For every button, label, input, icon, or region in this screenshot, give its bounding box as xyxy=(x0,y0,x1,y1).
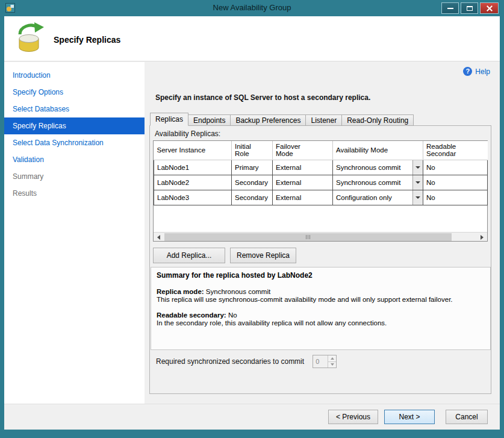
cell-initial-role: Secondary xyxy=(232,190,273,205)
arrow-left-icon xyxy=(157,235,160,240)
spinner-down-button xyxy=(328,361,336,368)
sidebar-item-introduction[interactable]: Introduction xyxy=(4,67,145,84)
combo-inner: Synchronous commit xyxy=(333,160,423,175)
sidebar-item-specify-replicas[interactable]: Specify Replicas xyxy=(4,117,145,134)
replica-mode-value: Synchronous commit xyxy=(206,288,270,295)
wizard-footer: < Previous Next > Cancel xyxy=(4,404,500,430)
column-header-availability-mode: Availability Mode xyxy=(333,141,423,160)
replica-mode-description: This replica will use synchronous-commit… xyxy=(157,296,485,304)
minimize-icon xyxy=(447,8,453,9)
arrow-right-icon xyxy=(481,235,484,240)
availability-mode-dropdown[interactable]: Synchronous commit xyxy=(333,175,423,190)
column-header-label: Readable Secondar xyxy=(426,143,485,157)
maximize-icon xyxy=(467,6,473,11)
cell-readable-secondary[interactable]: No xyxy=(423,175,488,190)
cell-failover-mode: External xyxy=(273,175,333,190)
replicas-tab-panel: Availability Replicas: Server Instance I… xyxy=(149,125,491,394)
sidebar-item-summary: Summary xyxy=(4,168,145,185)
close-button[interactable] xyxy=(480,2,499,14)
page-title: Specify Replicas xyxy=(54,35,120,45)
minimize-button[interactable] xyxy=(441,2,459,14)
combo-inner: Synchronous commit xyxy=(333,175,423,190)
column-header-label: Availability Mode xyxy=(336,146,420,154)
column-header-readable-secondary: Readable Secondar xyxy=(423,141,488,160)
dropdown-button[interactable] xyxy=(412,190,423,205)
grid-row: LabNode1 Primary External Synchronous co… xyxy=(154,160,488,175)
tab-listener[interactable]: Listener xyxy=(305,114,342,126)
new-availability-group-window: New Availability Group Specify Replicas … xyxy=(0,0,504,438)
availability-group-icon xyxy=(13,22,45,54)
column-header-label: Server Instance xyxy=(157,146,229,154)
grid-row: LabNode2 Secondary External Synchronous … xyxy=(154,175,488,190)
availability-replicas-grid: Server Instance Initial Role Failover Mo… xyxy=(153,140,488,242)
sidebar-item-validation[interactable]: Validation xyxy=(4,151,145,168)
grid-row: LabNode3 Secondary External Configuratio… xyxy=(154,190,488,205)
cell-server-instance: LabNode3 xyxy=(154,190,232,205)
cell-server-instance: LabNode1 xyxy=(154,160,232,175)
availability-replicas-label: Availability Replicas: xyxy=(155,130,220,138)
previous-button[interactable]: < Previous xyxy=(328,410,378,424)
readable-secondary-label: Readable secondary: xyxy=(157,311,226,319)
chevron-down-icon xyxy=(415,196,420,199)
add-replica-button[interactable]: Add Replica... xyxy=(153,248,225,263)
cell-failover-mode: External xyxy=(273,190,333,205)
combo-value: Configuration only xyxy=(333,194,412,201)
sidebar-item-select-data-sync[interactable]: Select Data Synchronization xyxy=(4,134,145,151)
spinner-buttons xyxy=(328,355,336,368)
spinner-up-button xyxy=(328,355,336,361)
wizard-steps-sidebar: Introduction Specify Options Select Data… xyxy=(4,62,145,404)
tab-read-only-routing[interactable]: Read-Only Routing xyxy=(341,114,414,126)
remove-replica-button[interactable]: Remove Replica xyxy=(230,248,296,263)
help-link[interactable]: ? Help xyxy=(463,67,490,76)
availability-mode-dropdown[interactable]: Configuration only xyxy=(333,190,423,205)
quorum-spinner xyxy=(313,355,337,368)
wizard-header: Specify Replicas xyxy=(4,16,500,61)
thumb-grip xyxy=(306,235,306,239)
cell-failover-mode: External xyxy=(273,160,333,175)
sidebar-item-specify-options[interactable]: Specify Options xyxy=(4,84,145,101)
titlebar: New Availability Group xyxy=(0,0,504,16)
thumb-grip xyxy=(308,235,308,239)
tab-endpoints[interactable]: Endpoints xyxy=(188,114,231,126)
combo-value: Synchronous commit xyxy=(333,179,412,186)
column-header-server-instance: Server Instance xyxy=(154,141,232,160)
column-header-label: Initial Role xyxy=(235,143,269,157)
cell-readable-secondary[interactable]: No xyxy=(423,190,488,205)
window-controls xyxy=(441,2,499,14)
summary-title: Summary for the replica hosted by LabNod… xyxy=(157,272,485,280)
availability-mode-dropdown[interactable]: Synchronous commit xyxy=(333,160,423,175)
scrollbar-thumb[interactable] xyxy=(164,233,452,241)
tab-strip: Replicas Endpoints Backup Preferences Li… xyxy=(150,113,413,126)
cancel-button[interactable]: Cancel xyxy=(446,410,488,424)
replica-mode-label: Replica mode: xyxy=(157,288,204,295)
sidebar-item-results: Results xyxy=(4,185,145,202)
sidebar-item-select-databases[interactable]: Select Databases xyxy=(4,101,145,117)
scroll-right-button[interactable] xyxy=(478,233,487,241)
grid-header-row: Server Instance Initial Role Failover Mo… xyxy=(154,141,488,160)
readable-secondary-value: No xyxy=(228,311,237,319)
quorum-label: Required synchronized secondaries to com… xyxy=(156,357,304,366)
cell-readable-secondary[interactable]: No xyxy=(423,160,488,175)
chevron-down-icon xyxy=(415,166,420,169)
replica-mode-line: Replica mode: Synchronous commit xyxy=(157,288,485,296)
column-header-failover-mode: Failover Mode xyxy=(273,141,333,160)
dropdown-button[interactable] xyxy=(412,160,423,175)
column-header-initial-role: Initial Role xyxy=(232,141,273,160)
scroll-left-button[interactable] xyxy=(154,233,163,241)
dropdown-button[interactable] xyxy=(412,175,423,190)
quorum-input xyxy=(313,355,328,368)
main-content: ? Help Specify an instance of SQL Server… xyxy=(145,62,500,404)
window-title: New Availability Group xyxy=(0,3,504,12)
combo-inner: Configuration only xyxy=(333,190,423,205)
horizontal-scrollbar[interactable] xyxy=(154,232,487,241)
thumb-grip xyxy=(310,235,310,239)
arrow-up-icon xyxy=(331,357,334,360)
replica-summary-box: Summary for the replica hosted by LabNod… xyxy=(151,267,491,350)
column-header-label: Failover Mode xyxy=(276,143,329,157)
maximize-button[interactable] xyxy=(461,2,478,14)
tab-backup-preferences[interactable]: Backup Preferences xyxy=(230,114,306,126)
cell-server-instance: LabNode2 xyxy=(154,175,232,190)
readable-secondary-description: In the secondary role, this availability… xyxy=(157,319,485,327)
next-button[interactable]: Next > xyxy=(384,410,435,424)
tab-replicas[interactable]: Replicas xyxy=(150,113,188,126)
